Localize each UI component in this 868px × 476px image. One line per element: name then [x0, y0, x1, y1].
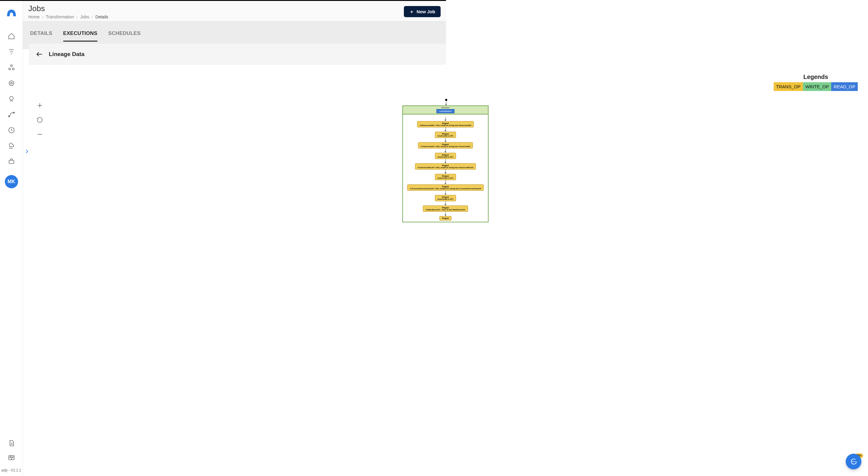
chevron-right-icon: ›	[76, 14, 78, 19]
node-title: Project	[426, 207, 446, 209]
zoom-out-button[interactable]	[36, 131, 43, 138]
nav-crystal-icon[interactable]	[7, 95, 16, 103]
nav-settings-icon[interactable]	[7, 79, 16, 87]
nav-clock-icon[interactable]	[7, 126, 16, 134]
tab-schedules[interactable]: SCHEDULES	[108, 30, 141, 41]
svg-point-2	[12, 68, 14, 70]
node-subtitle: if (MainBranch#1 = NA), X) else MainBran…	[426, 209, 446, 211]
lineage-node[interactable]: Projectif (YearsCodePro#3 = NA), cast(0 …	[415, 163, 446, 169]
nav-filter-icon[interactable]	[7, 48, 16, 56]
tab-details[interactable]: DETAILS	[30, 30, 53, 41]
node-subtitle: timeZoneId is UTC	[438, 177, 446, 179]
node-title: Project	[438, 175, 446, 177]
chevron-right-icon: ›	[92, 14, 93, 19]
start-node	[445, 99, 446, 101]
zoom-reset-button[interactable]	[36, 116, 43, 124]
lineage-diagram: Execution LogicalRelation Projectif (Res…	[402, 99, 446, 222]
user-avatar[interactable]: MK	[5, 175, 18, 188]
new-job-label: New Job	[416, 9, 435, 14]
crumb-jobs[interactable]: Jobs	[80, 14, 89, 19]
app-logo	[5, 6, 18, 20]
back-button[interactable]	[36, 50, 43, 58]
crumb-home[interactable]: Home	[28, 14, 39, 19]
sidebar-expand-handle[interactable]	[24, 148, 30, 155]
tab-executions[interactable]: EXECUTIONS	[63, 30, 98, 41]
header: Jobs Home › Transformation › Jobs › Deta…	[23, 1, 446, 21]
svg-point-0	[10, 65, 12, 67]
nav-weather-icon[interactable]	[7, 142, 16, 150]
panel-head: Lineage Data	[29, 44, 446, 65]
zoom-controls	[36, 102, 43, 138]
svg-point-5	[10, 96, 13, 100]
crumb-transformation[interactable]: Transformation	[46, 14, 74, 19]
lineage-node[interactable]: ProjecttimeZoneId is UTC	[435, 132, 446, 138]
node-title: Project	[438, 154, 446, 156]
new-job-button[interactable]: ＋ New Job	[404, 6, 441, 17]
sidebar: MK adp - V2.1.1	[0, 1, 23, 245]
page-title: Jobs	[28, 4, 108, 13]
nav-route-icon[interactable]	[7, 110, 16, 118]
node-subtitle: if (YearsCodePro#3 = NA), cast(0 as stri…	[418, 167, 446, 168]
chevron-right-icon: ›	[42, 14, 43, 19]
lineage-node[interactable]: Projectif (YearsCode#2 = NA), cast(0 as …	[418, 142, 446, 149]
lineage-node[interactable]: ProjecttimeZoneId is UTC	[435, 195, 446, 201]
svg-point-4	[10, 82, 12, 84]
nav-briefcase-icon[interactable]	[7, 158, 16, 165]
lineage-node[interactable]: Projectif (MainBranch#1 = NA), X) else M…	[423, 205, 446, 212]
node-title: Project	[418, 164, 446, 167]
node-title: Project	[438, 133, 446, 135]
nav-home-icon[interactable]	[7, 32, 16, 40]
zoom-in-button[interactable]	[36, 102, 43, 109]
lineage-node[interactable]: Project	[439, 216, 446, 221]
node-subtitle: if (ConvertedCompYearly#6 = NA), cast(0.…	[410, 188, 446, 190]
nav-cluster-icon[interactable]	[7, 64, 16, 71]
execution-label: Execution	[403, 107, 446, 108]
lineage-canvas[interactable]: Legends TRANS_OP WRITE_OP READ_OP Execut…	[29, 70, 446, 245]
node-title: Project	[421, 144, 446, 146]
svg-rect-9	[9, 160, 14, 164]
crumb-details: Details	[96, 14, 108, 19]
node-subtitle: timeZoneId is UTC	[438, 198, 446, 200]
lineage-node[interactable]: Projectif (ConvertedCompYearly#6 = NA), …	[407, 184, 446, 191]
nav-icons: MK	[5, 32, 18, 188]
execution-box[interactable]: Execution LogicalRelation	[402, 105, 446, 115]
svg-point-1	[9, 68, 10, 70]
plus-icon: ＋	[409, 9, 414, 14]
node-title: Project	[420, 122, 446, 124]
lineage-node[interactable]: ProjecttimeZoneId is UTC	[435, 174, 446, 180]
node-subtitle: timeZoneId is UTC	[438, 135, 446, 137]
node-subtitle: if (YearsCode#2 = NA), cast(0 as string)…	[421, 146, 446, 147]
logical-relation-chip[interactable]: LogicalRelation	[436, 109, 446, 113]
node-title: Project	[410, 186, 446, 188]
node-subtitle: timeZoneId is UTC	[438, 156, 446, 158]
node-title: Project	[438, 196, 446, 198]
breadcrumb: Home › Transformation › Jobs › Details	[28, 14, 108, 19]
panel-title: Lineage Data	[49, 51, 84, 58]
lineage-node[interactable]: ProjecttimeZoneId is UTC	[435, 153, 446, 159]
lineage-node[interactable]: Projectif (ResponseId#0 = NA), cast(0 as…	[417, 121, 446, 127]
svg-point-3	[9, 81, 14, 86]
node-subtitle: if (ResponseId#0 = NA), cast(0 as string…	[420, 124, 446, 126]
node-title: Project	[442, 217, 446, 219]
execution-body: Projectif (ResponseId#0 = NA), cast(0 as…	[402, 115, 446, 222]
